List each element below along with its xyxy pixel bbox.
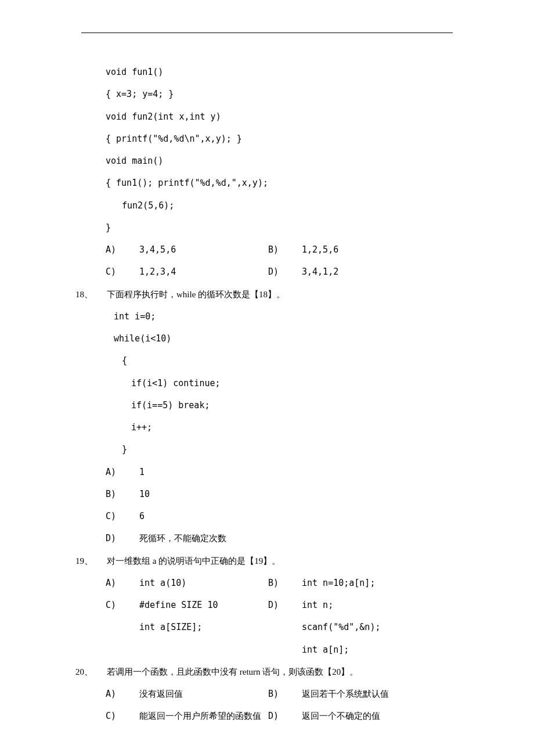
option-text: #define SIZE 10 [139, 594, 218, 616]
q18-options: A)1 B)10 C)6 D)死循环，不能确定次数 [106, 461, 460, 550]
question-number: 19、 [74, 550, 107, 572]
option-text: 10 [139, 483, 150, 505]
option-label: B) [268, 572, 302, 594]
option-label: C) [106, 261, 139, 283]
page-content: void fun1() { x=3; y=4; } void fun2(int … [0, 0, 534, 756]
option-label: D) [268, 594, 302, 616]
option-label [268, 639, 302, 661]
option-label [106, 616, 139, 638]
option-text: int a[SIZE]; [139, 616, 202, 638]
option-text: 1 [139, 461, 145, 483]
code-line: int i=0; [114, 305, 460, 327]
option-text: scanf("%d",&n); [302, 616, 380, 638]
question-text: 若调用一个函数，且此函数中没有 return 语句，则该函数【20】。 [107, 661, 358, 683]
option-label: D) [268, 705, 302, 727]
question-text: 下面程序执行时，while 的循环次数是【18】。 [107, 283, 285, 305]
q20-stem: 20、 若调用一个函数，且此函数中没有 return 语句，则该函数【20】。 [74, 661, 460, 683]
option-label: C) [106, 705, 139, 727]
header-rule [81, 33, 453, 33]
option-text: 3,4,5,6 [139, 239, 176, 261]
option-label: B) [268, 239, 302, 261]
question-text: 对一维数组 a 的说明语句中正确的是【19】。 [107, 550, 280, 572]
option-text: 死循环，不能确定次数 [139, 527, 226, 549]
option-label: C) [106, 594, 139, 616]
option-text: 3,4,1,2 [302, 261, 338, 283]
q18-stem: 18、 下面程序执行时，while 的循环次数是【18】。 [74, 283, 460, 305]
option-text: 1,2,5,6 [302, 239, 338, 261]
option-label: A) [106, 683, 139, 705]
code-line: { printf("%d,%d\n",x,y); } [106, 128, 460, 150]
code-line: if(i==5) break; [114, 394, 460, 416]
q17-code-block: void fun1() { x=3; y=4; } void fun2(int … [106, 61, 460, 239]
code-line: while(i<10) [114, 327, 460, 350]
code-line: if(i<1) continue; [114, 372, 460, 394]
option-text: 1,2,3,4 [139, 261, 176, 283]
q19-options: A)int a(10) B)int n=10;a[n]; C)#define S… [106, 572, 460, 661]
code-line: void fun1() [106, 61, 460, 83]
option-label [106, 639, 139, 661]
option-label: D) [106, 527, 139, 549]
option-label: D) [268, 261, 302, 283]
option-text: 没有返回值 [139, 683, 183, 705]
option-label [268, 616, 302, 638]
code-line: { [114, 350, 460, 372]
question-number: 20、 [74, 661, 107, 683]
option-text: 返回一个不确定的值 [302, 705, 380, 727]
option-text: 能返回一个用户所希望的函数值 [139, 705, 261, 727]
option-text: int n=10;a[n]; [302, 572, 375, 594]
code-line: fun2(5,6); [106, 195, 460, 217]
q17-options: A)3,4,5,6 B)1,2,5,6 C)1,2,3,4 D)3,4,1,2 [106, 239, 460, 283]
q20-options: A)没有返回值 B)返回若干个系统默认值 C)能返回一个用户所希望的函数值 D)… [106, 683, 460, 728]
option-text: int a(10) [139, 572, 186, 594]
option-label: C) [106, 505, 139, 527]
option-label: A) [106, 572, 139, 594]
code-line: { fun1(); printf("%d,%d,",x,y); [106, 172, 460, 194]
option-text: int a[n]; [302, 639, 349, 661]
code-line: } [106, 217, 460, 239]
option-label: B) [106, 483, 139, 505]
code-line: { x=3; y=4; } [106, 83, 460, 105]
option-label: B) [268, 683, 302, 705]
option-label: A) [106, 239, 139, 261]
code-line: } [114, 438, 460, 460]
option-label: A) [106, 461, 139, 483]
option-text: 6 [139, 505, 145, 527]
code-line: void fun2(int x,int y) [106, 106, 460, 128]
option-text: 返回若干个系统默认值 [302, 683, 389, 705]
question-number: 18、 [74, 283, 107, 305]
q19-stem: 19、 对一维数组 a 的说明语句中正确的是【19】。 [74, 550, 460, 572]
code-line: i++; [114, 416, 460, 438]
code-line: void main() [106, 150, 460, 172]
option-text: int n; [302, 594, 333, 616]
q18-code-block: int i=0; while(i<10) { if(i<1) continue;… [114, 305, 460, 461]
